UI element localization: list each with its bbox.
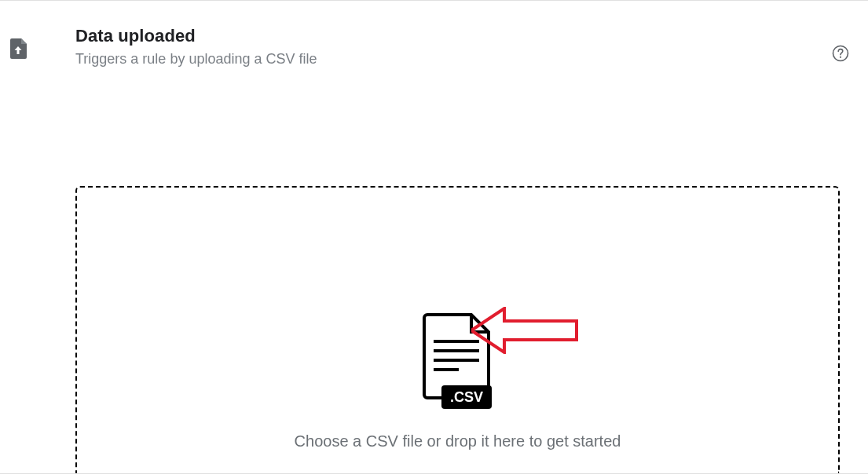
file-upload-icon <box>9 38 27 59</box>
csv-ext-label: .CSV <box>449 389 482 405</box>
csv-file-icon: .CSV <box>423 313 493 415</box>
page-subtitle: Triggers a rule by uploading a CSV file <box>75 51 317 67</box>
dropzone-content: .CSV Choose a CSV file or drop it here t… <box>295 313 621 450</box>
dropzone-instruction: Choose a CSV file or drop it here to get… <box>295 432 621 450</box>
help-icon <box>832 45 849 62</box>
page: Data uploaded Triggers a rule by uploadi… <box>0 1 868 473</box>
svg-point-1 <box>840 57 841 58</box>
csv-dropzone[interactable]: .CSV Choose a CSV file or drop it here t… <box>75 186 840 473</box>
header-text: Data uploaded Triggers a rule by uploadi… <box>75 26 317 67</box>
page-title: Data uploaded <box>75 26 317 46</box>
help-button[interactable] <box>832 45 849 62</box>
